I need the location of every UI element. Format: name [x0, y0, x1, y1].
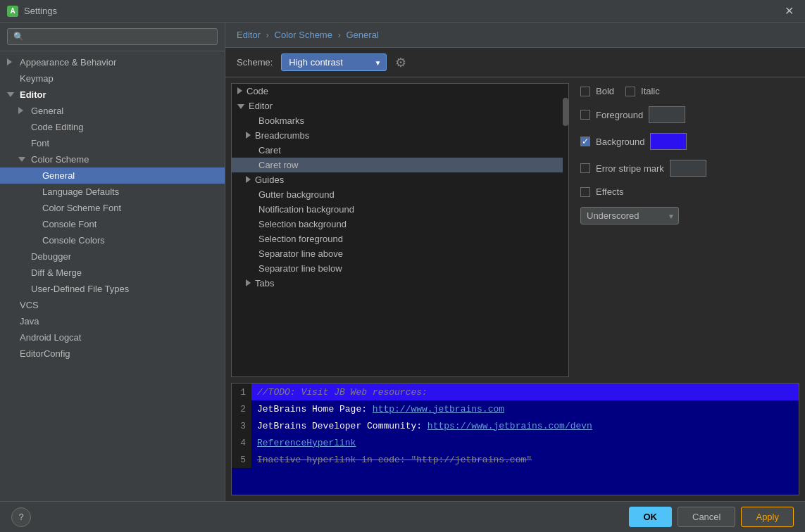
sidebar-item-label-color-scheme-font: Color Scheme Font [42, 203, 121, 213]
sidebar-item-label-general-selected: General [42, 170, 75, 181]
foreground-color-box[interactable] [649, 106, 685, 123]
breadcrumb-general: General [347, 30, 379, 40]
sidebar-item-general[interactable]: General [0, 103, 225, 119]
tree-item-bookmarks[interactable]: Bookmarks [232, 113, 568, 128]
code-link[interactable]: https://www.jetbrains.com/devn [428, 421, 592, 431]
tree-item-label-caret-row: Caret row [258, 160, 298, 170]
tree-item-label-code: Code [247, 86, 268, 96]
line-number-5: 5 [232, 451, 251, 468]
bottom-bar: ? OK Cancel Apply [0, 501, 805, 532]
close-button[interactable]: ✕ [780, 3, 798, 19]
sidebar-item-console-colors[interactable]: Console Colors [0, 232, 225, 248]
style-select[interactable]: UnderscoredUnderwaveBorderedBoxDotted li… [580, 207, 679, 224]
arrow-right-icon [7, 58, 15, 67]
sidebar-item-color-scheme-font[interactable]: Color Scheme Font [0, 200, 225, 216]
italic-row: Italic [625, 86, 660, 96]
error-stripe-label: Error stripe mark [596, 163, 664, 174]
search-box [0, 23, 225, 51]
tree-item-label-tabs: Tabs [255, 278, 274, 289]
right-panel: Editor › Color Scheme › General Scheme: … [225, 23, 805, 501]
arrow-right-icon [246, 175, 251, 185]
effects-label: Effects [596, 186, 624, 197]
tree-item-tabs[interactable]: Tabs [232, 276, 568, 291]
tree-item-editor-node[interactable]: Editor [232, 99, 568, 113]
arrow-down-icon [7, 91, 15, 99]
scheme-select[interactable]: High contrastDarculaDefaultIntelliJ Ligh… [281, 53, 387, 71]
bold-italic-row: Bold Italic [580, 86, 794, 96]
tree-item-separator-above[interactable]: Separator line above [232, 246, 568, 261]
help-button[interactable]: ? [11, 507, 31, 527]
sidebar-item-editor-config[interactable]: EditorConfig [0, 346, 225, 362]
preview-line-1: 1//TODO: Visit JB Web resources: [232, 384, 799, 400]
italic-checkbox[interactable] [625, 87, 635, 96]
line-content-4: ReferenceHyperlink [251, 438, 799, 448]
breadcrumb-color-scheme[interactable]: Color Scheme [275, 30, 332, 40]
bold-checkbox[interactable] [580, 87, 590, 96]
sidebar-item-java[interactable]: Java [0, 313, 225, 329]
sidebar-item-debugger[interactable]: Debugger [0, 248, 225, 265]
sidebar-item-label-code-editing: Code Editing [31, 122, 83, 132]
bold-label: Bold [596, 86, 614, 96]
effects-checkbox[interactable] [580, 187, 590, 197]
sidebar-item-label-color-scheme: Color Scheme [31, 154, 89, 165]
sidebar-item-diff-merge[interactable]: Diff & Merge [0, 265, 225, 281]
tree-item-breadcrumbs[interactable]: Breadcrumbs [232, 128, 568, 143]
sidebar-item-android-logcat[interactable]: Android Logcat [0, 329, 225, 346]
sidebar-item-label-editor-config: EditorConfig [20, 348, 70, 359]
sidebar-item-label-user-defined: User-Defined File Types [31, 284, 129, 294]
apply-button[interactable]: Apply [741, 507, 794, 527]
tree-item-label-breadcrumbs: Breadcrumbs [255, 130, 309, 141]
title-bar: A Settings ✕ [0, 0, 805, 23]
sidebar-item-user-defined[interactable]: User-Defined File Types [0, 281, 225, 297]
sidebar-item-language-defaults[interactable]: Language Defaults [0, 184, 225, 200]
effects-row: Effects [580, 186, 794, 197]
search-input[interactable] [7, 28, 218, 45]
background-checkbox[interactable]: ✓ [580, 137, 590, 146]
breadcrumb-editor[interactable]: Editor [237, 30, 261, 40]
sidebar-item-editor[interactable]: Editor [0, 87, 225, 103]
sidebar-item-font[interactable]: Font [0, 135, 225, 151]
sidebar-item-label-vcs: VCS [20, 300, 39, 310]
line-number-3: 3 [232, 417, 251, 434]
italic-label: Italic [641, 86, 660, 96]
content-area: CodeEditorBookmarksBreadcrumbsCaretCaret… [225, 77, 805, 383]
tree-item-selection-bg[interactable]: Selection background [232, 217, 568, 232]
sidebar-item-label-editor: Editor [20, 89, 46, 100]
error-stripe-color-box[interactable] [670, 160, 706, 177]
sidebar-tree: Appearance & BehaviorKeymapEditorGeneral… [0, 51, 225, 501]
sidebar-item-appearance[interactable]: Appearance & Behavior [0, 54, 225, 70]
code-text: JetBrains Home Page: [257, 404, 373, 414]
code-link[interactable]: http://www.jetbrains.com [373, 404, 504, 414]
tree-item-gutter-bg[interactable]: Gutter background [232, 187, 568, 202]
tree-item-guides[interactable]: Guides [232, 172, 568, 187]
tree-item-notification-bg[interactable]: Notification background [232, 202, 568, 217]
tree-item-selection-fg[interactable]: Selection foreground [232, 232, 568, 246]
app-icon: A [7, 6, 18, 17]
sidebar-item-general-selected[interactable]: General [0, 167, 225, 184]
line-number-4: 4 [232, 434, 251, 451]
ok-button[interactable]: OK [629, 507, 673, 527]
tree-item-separator-below[interactable]: Separator line below [232, 261, 568, 276]
sidebar-item-console-font[interactable]: Console Font [0, 216, 225, 232]
tree-item-label-notification-bg: Notification background [258, 204, 354, 215]
sidebar-item-code-editing[interactable]: Code Editing [0, 119, 225, 135]
sidebar-item-vcs[interactable]: VCS [0, 297, 225, 313]
tree-item-label-editor-node: Editor [249, 101, 273, 111]
sidebar-item-label-diff-merge: Diff & Merge [31, 267, 82, 278]
background-color-box[interactable] [650, 133, 687, 150]
tree-item-caret[interactable]: Caret [232, 143, 568, 158]
line-content-3: JetBrains Developer Community: https://w… [251, 421, 799, 431]
gear-icon[interactable]: ⚙ [395, 55, 406, 70]
tree-item-code[interactable]: Code [232, 84, 568, 99]
background-row: ✓ Background [580, 133, 794, 150]
tree-item-caret-row[interactable]: Caret row [232, 158, 568, 172]
arrow-down-icon [18, 156, 27, 163]
foreground-checkbox[interactable] [580, 110, 590, 120]
preview-line-5: 5Inactive hyperlink in code: "http://jet… [232, 451, 799, 468]
cancel-button[interactable]: Cancel [678, 507, 735, 527]
sidebar-item-keymap[interactable]: Keymap [0, 70, 225, 87]
breadcrumb-sep-2: › [338, 30, 344, 40]
error-stripe-checkbox[interactable] [580, 163, 590, 173]
sidebar-item-color-scheme[interactable]: Color Scheme [0, 151, 225, 167]
code-text: JetBrains Developer Community: [257, 421, 428, 431]
